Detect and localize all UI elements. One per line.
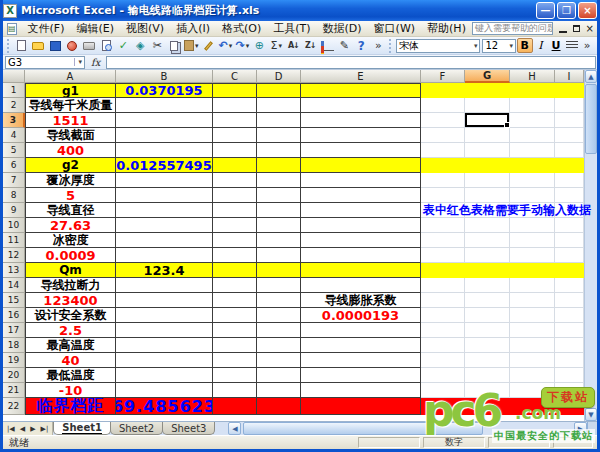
cell-H4[interactable] xyxy=(510,128,555,143)
cell-B11[interactable] xyxy=(116,233,213,248)
cell-A19[interactable]: 40 xyxy=(25,353,116,368)
cell-B19[interactable] xyxy=(116,353,213,368)
cell-D6[interactable] xyxy=(257,158,301,173)
cell-C8[interactable] xyxy=(213,188,257,203)
cell-G19[interactable] xyxy=(465,353,510,368)
cell-E16[interactable]: 0.0000193 xyxy=(301,308,421,323)
cell-C13[interactable] xyxy=(213,263,257,278)
font-name-select[interactable]: 宋体 ▾ xyxy=(396,39,481,53)
font-name-dropdown-icon[interactable]: ▾ xyxy=(474,42,478,50)
help-button[interactable]: ? xyxy=(353,38,370,54)
cell-D13[interactable] xyxy=(257,263,301,278)
formatting-options-button[interactable]: » xyxy=(579,38,595,53)
cell-C15[interactable] xyxy=(213,293,257,308)
cell-F2[interactable] xyxy=(421,98,465,113)
workbook-minimize-icon[interactable] xyxy=(559,25,567,33)
toolbar-options-button[interactable]: » xyxy=(370,38,387,54)
cell-A6[interactable]: g2 xyxy=(25,158,116,173)
cell-I15[interactable] xyxy=(555,293,584,308)
cell-A11[interactable]: 冰密度 xyxy=(25,233,116,248)
column-header-B[interactable]: B xyxy=(116,70,213,83)
research-button[interactable]: ◈ xyxy=(132,38,149,54)
cell-I16[interactable] xyxy=(555,308,584,323)
menu-file[interactable]: 文件(F) xyxy=(22,20,71,37)
cell-I19[interactable] xyxy=(555,353,584,368)
cell-C21[interactable] xyxy=(213,383,257,398)
cell-B20[interactable] xyxy=(116,368,213,383)
cell-A12[interactable]: 0.0009 xyxy=(25,248,116,263)
permission-button[interactable] xyxy=(64,38,81,54)
cell-D11[interactable] xyxy=(257,233,301,248)
cell-A4[interactable]: 导线截面 xyxy=(25,128,116,143)
cell-I17[interactable] xyxy=(555,323,584,338)
cell-B6[interactable]: 0.012557495 xyxy=(116,158,213,173)
sort-ascending-button[interactable]: A↓ xyxy=(285,38,302,54)
cell-D10[interactable] xyxy=(257,218,301,233)
menu-window[interactable]: 窗口(W) xyxy=(368,20,421,37)
hyperlink-button[interactable]: ⊕ xyxy=(251,38,268,54)
row-header-5[interactable]: 5 xyxy=(3,143,25,158)
cell-A5[interactable]: 400 xyxy=(25,143,116,158)
cell-G3[interactable] xyxy=(465,113,510,128)
cell-C17[interactable] xyxy=(213,323,257,338)
row-header-13[interactable]: 13 xyxy=(3,263,25,278)
vertical-scroll-thumb[interactable] xyxy=(585,84,597,154)
scroll-up-icon[interactable]: ▲ xyxy=(585,70,597,83)
cell-B7[interactable] xyxy=(116,173,213,188)
cell-H18[interactable] xyxy=(510,338,555,353)
cell-C1[interactable] xyxy=(213,83,257,98)
cell-B4[interactable] xyxy=(116,128,213,143)
font-size-dropdown-icon[interactable]: ▾ xyxy=(509,42,513,50)
cell-G12[interactable] xyxy=(465,248,510,263)
row-header-14[interactable]: 14 xyxy=(3,278,25,293)
cut-button[interactable]: ✂ xyxy=(149,38,166,54)
cell-E11[interactable] xyxy=(301,233,421,248)
scroll-down-icon[interactable]: ▼ xyxy=(585,408,597,421)
cell-D15[interactable] xyxy=(257,293,301,308)
cell-G18[interactable] xyxy=(465,338,510,353)
chart-wizard-button[interactable] xyxy=(319,38,336,54)
cell-D3[interactable] xyxy=(257,113,301,128)
cell-I5[interactable] xyxy=(555,143,584,158)
scroll-left-icon[interactable]: ◀ xyxy=(228,422,241,435)
cell-F17[interactable] xyxy=(421,323,465,338)
workbook-restore-icon[interactable] xyxy=(573,25,580,32)
cell-A13[interactable]: Qm xyxy=(25,263,116,278)
cell-H14[interactable] xyxy=(510,278,555,293)
cell-G15[interactable] xyxy=(465,293,510,308)
menu-tools[interactable]: 工具(T) xyxy=(267,20,316,37)
cell-D12[interactable] xyxy=(257,248,301,263)
cell-F19[interactable] xyxy=(421,353,465,368)
menu-help[interactable]: 帮助(H) xyxy=(421,20,472,37)
column-header-A[interactable]: A xyxy=(25,70,116,83)
cell-B16[interactable] xyxy=(116,308,213,323)
cell-C20[interactable] xyxy=(213,368,257,383)
cell-E13[interactable] xyxy=(301,263,421,278)
save-button[interactable] xyxy=(47,38,64,54)
cell-C11[interactable] xyxy=(213,233,257,248)
vertical-scrollbar[interactable]: ▲ ▼ xyxy=(584,70,597,421)
row-header-9[interactable]: 9 xyxy=(3,203,25,218)
cell-C7[interactable] xyxy=(213,173,257,188)
cell-B8[interactable] xyxy=(116,188,213,203)
column-header-D[interactable]: D xyxy=(257,70,301,83)
cell-D7[interactable] xyxy=(257,173,301,188)
cell-E15[interactable]: 导线膨胀系数 xyxy=(301,293,421,308)
cell-B1[interactable]: 0.0370195 xyxy=(116,83,213,98)
cell-B21[interactable] xyxy=(116,383,213,398)
cell-F12[interactable] xyxy=(421,248,465,263)
cell-A8[interactable]: 5 xyxy=(25,188,116,203)
minimize-button[interactable]: — xyxy=(536,2,555,19)
cell-A7[interactable]: 覆冰厚度 xyxy=(25,173,116,188)
new-button[interactable] xyxy=(13,38,30,54)
row-header-11[interactable]: 11 xyxy=(3,233,25,248)
cell-F4[interactable] xyxy=(421,128,465,143)
column-header-C[interactable]: C xyxy=(213,70,257,83)
select-all-corner[interactable] xyxy=(3,70,25,83)
cell-F11[interactable] xyxy=(421,233,465,248)
cell-B12[interactable] xyxy=(116,248,213,263)
redo-button[interactable]: ↷▾ xyxy=(234,38,251,54)
help-question-input[interactable]: 键入需要帮助的问题 ▾ xyxy=(472,22,553,35)
row-header-3[interactable]: 3 xyxy=(3,113,25,128)
cell-C12[interactable] xyxy=(213,248,257,263)
